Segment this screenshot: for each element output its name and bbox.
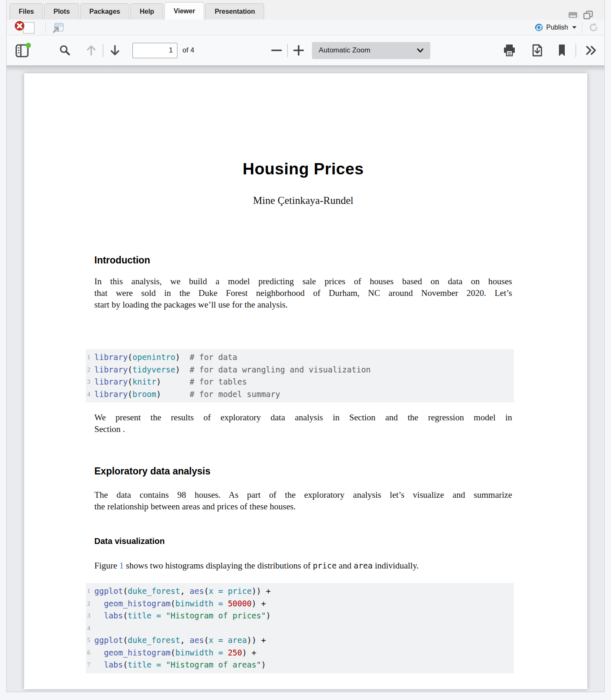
page-number-input[interactable] xyxy=(132,43,177,58)
print-icon xyxy=(502,44,516,57)
paragraph-line: that were sold in the Duke Forest neighb… xyxy=(95,287,512,299)
code-line-text: library(knitr) # for tables xyxy=(95,377,247,386)
publish-button[interactable]: Publish xyxy=(534,23,576,32)
page-up-icon xyxy=(85,44,97,57)
code-line-text: library(tidyverse) # for data wrangling … xyxy=(95,365,371,374)
popout-window-button[interactable] xyxy=(51,22,65,33)
code-line-number: 6 xyxy=(74,647,90,659)
code-line-text: ggplot(duke_forest, aes(x = price)) + xyxy=(95,586,271,596)
text-token: labs xyxy=(104,611,123,620)
code-line-text: library(openintro) # for data xyxy=(95,352,237,362)
text-token: duke_forest xyxy=(128,586,180,596)
tab-presentation-label: Presentation xyxy=(214,8,255,15)
publish-label: Publish xyxy=(546,24,568,31)
figure-ref-link[interactable]: 1 xyxy=(120,561,124,571)
print-button[interactable] xyxy=(502,44,516,57)
code-line-text: library(broom) # for model summary xyxy=(95,390,280,399)
text-token xyxy=(214,599,218,608)
code-line-text: labs(title = "Histogram of areas") xyxy=(95,660,266,669)
refresh-icon xyxy=(588,22,599,33)
text-token: ( xyxy=(128,377,132,386)
text-token: ) + xyxy=(242,648,256,657)
text-token: # for tables xyxy=(190,377,247,386)
text-token: labs xyxy=(104,660,123,669)
more-tools-button[interactable] xyxy=(585,45,598,56)
text-token: 50000 xyxy=(228,599,252,608)
paragraph-figure-reference: Figure 1 shows two histograms displaying… xyxy=(95,560,512,571)
text-token: )) + xyxy=(252,586,271,596)
download-button[interactable] xyxy=(531,43,544,57)
section-heading-eda: Exploratory data analysis xyxy=(95,465,512,477)
text-token: = xyxy=(218,586,223,596)
text-token: area xyxy=(228,635,247,645)
text-token: title xyxy=(128,611,152,620)
tab-help[interactable]: Help xyxy=(130,3,163,20)
toolbar-separator xyxy=(45,22,46,32)
text-token: ggplot xyxy=(95,586,123,596)
text-token xyxy=(214,635,218,645)
maximize-pane-icon[interactable] xyxy=(583,10,594,20)
tab-plots[interactable]: Plots xyxy=(44,3,79,20)
refresh-button[interactable] xyxy=(588,22,599,33)
zoom-out-button[interactable] xyxy=(271,45,282,56)
paragraph-line: Section . xyxy=(95,423,512,435)
tab-packages[interactable]: Packages xyxy=(80,3,130,20)
text-token: ) xyxy=(266,611,270,620)
page-count-label: of 4 xyxy=(182,46,194,55)
search-button[interactable] xyxy=(59,44,71,57)
text-token: ) xyxy=(261,660,266,669)
paragraph-sections: We present the results of exploratory da… xyxy=(95,412,512,435)
code-line: 5ggplot(duke_forest, aes(x = area)) + xyxy=(95,634,514,647)
text-token: library xyxy=(95,365,128,374)
tab-plots-label: Plots xyxy=(53,8,70,15)
text-token: x xyxy=(209,586,213,596)
zoom-in-button[interactable] xyxy=(293,45,304,56)
code-line-number: 5 xyxy=(74,634,90,647)
text-token: # for data xyxy=(190,352,237,362)
close-viewer-button[interactable] xyxy=(14,21,40,34)
text-token: aes xyxy=(190,635,204,645)
text-token: ( xyxy=(128,352,132,362)
minimize-pane-icon[interactable] xyxy=(568,11,579,19)
toolbar-separator xyxy=(287,44,288,57)
pdf-viewer-canvas[interactable]: Housing Prices Mine Çetinkaya-Rundel Int… xyxy=(7,66,604,692)
previous-page-button[interactable] xyxy=(85,44,97,57)
close-document-icon xyxy=(14,21,40,34)
text-token: ( xyxy=(123,586,127,596)
bookmark-button[interactable] xyxy=(557,44,566,57)
tab-packages-label: Packages xyxy=(90,8,120,15)
text-token: tidyverse xyxy=(132,365,175,374)
text-token: ( xyxy=(123,611,127,620)
text-token: binwidth xyxy=(175,648,214,657)
tab-files[interactable]: Files xyxy=(10,3,43,20)
tab-viewer[interactable]: Viewer xyxy=(165,2,204,20)
text-token: , xyxy=(180,586,190,596)
code-block-libraries: 1library(openintro) # for data2library(t… xyxy=(86,349,514,402)
text-token: "Histogram of areas" xyxy=(166,660,261,669)
text-token: knitr xyxy=(132,377,156,386)
rstudio-viewer-window: { "tabs": [ { "label": "Files" }, { "lab… xyxy=(0,0,611,700)
code-line-text: labs(title = "Histogram of prices") xyxy=(95,611,271,620)
text-token: )) + xyxy=(247,635,266,645)
text-token: ( xyxy=(123,635,127,645)
toolbar-separator xyxy=(103,44,103,57)
publish-dropdown-caret[interactable] xyxy=(572,26,576,29)
code-line-number: 4 xyxy=(74,622,90,635)
viewer-toolbar: Publish xyxy=(7,20,604,35)
zoom-in-icon xyxy=(293,45,304,56)
code-line: 2library(tidyverse) # for data wrangling… xyxy=(95,364,514,376)
zoom-select[interactable]: Automatic Zoom xyxy=(312,42,430,59)
inline-code: area xyxy=(354,561,373,570)
document-author: Mine Çetinkaya-Rundel xyxy=(95,194,512,207)
sidebar-toggle-button[interactable] xyxy=(15,42,31,58)
tab-presentation[interactable]: Presentation xyxy=(205,3,264,20)
code-line-text: geom_histogram(binwidth = 50000) + xyxy=(95,599,266,608)
text-token: = xyxy=(156,660,161,669)
text-token: # for data wrangling and visualization xyxy=(190,365,371,374)
tab-viewer-label: Viewer xyxy=(174,7,195,15)
text-token: 250 xyxy=(228,648,242,657)
text-token xyxy=(95,660,104,669)
zoom-out-icon xyxy=(271,45,282,56)
text-token: Figure xyxy=(95,561,120,571)
next-page-button[interactable] xyxy=(109,44,121,57)
